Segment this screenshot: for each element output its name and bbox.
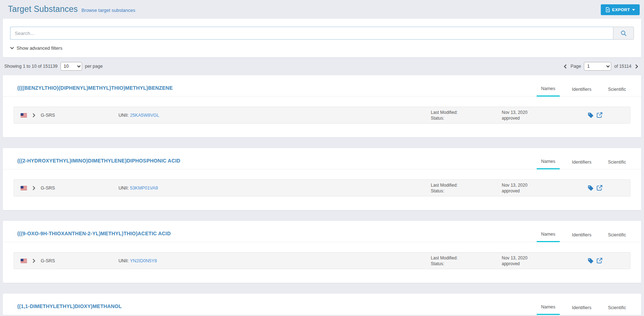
- substance-name-link[interactable]: ((((BENZYLTHIO)(DIPHENYL)METHYL)THIO)MET…: [14, 75, 180, 96]
- caret-down-icon: [632, 9, 635, 11]
- substance-card: (((2-HYDROXYETHYL)IMINO)DIMETHYLENE)DIPH…: [3, 148, 641, 210]
- per-page-suffix: per page: [85, 64, 103, 69]
- last-modified-value: Nov 13, 2020: [502, 255, 587, 261]
- tab-scientific[interactable]: Scientific: [604, 160, 630, 169]
- unii-label: UNII:: [118, 258, 129, 263]
- file-export-icon: [605, 7, 610, 12]
- tag-icon[interactable]: [587, 258, 594, 264]
- unii-link[interactable]: 53KMP01VA9: [130, 186, 158, 191]
- card-header: ((1,1-DIMETHYLETHYL)DIOXY)METHANOL Names…: [3, 294, 641, 315]
- tab-identifiers[interactable]: Identifiers: [568, 232, 596, 242]
- last-modified-label: Last Modified:: [431, 255, 502, 261]
- search-panel: Show advanced filters: [3, 19, 641, 57]
- card-tabs: Names Identifiers Scientific: [529, 159, 630, 169]
- unii-link[interactable]: YN2ID0N5Y8: [130, 258, 157, 263]
- us-flag-icon: [21, 186, 27, 190]
- source-label: G-SRS: [41, 113, 55, 118]
- export-button-label: EXPORT: [612, 8, 630, 12]
- source-label: G-SRS: [41, 258, 55, 263]
- us-flag-icon: [21, 113, 27, 117]
- status-value: approved: [502, 261, 587, 267]
- substance-card: (((9-OXO-9H-THIOXANTHEN-2-YL)METHYL)THIO…: [3, 221, 641, 283]
- status-label: Status:: [431, 188, 502, 194]
- external-link-icon[interactable]: [596, 185, 603, 191]
- chevron-right-icon[interactable]: [32, 113, 35, 117]
- tab-identifiers[interactable]: Identifiers: [568, 87, 596, 96]
- tab-identifiers[interactable]: Identifiers: [568, 305, 596, 315]
- substance-detail-row: G-SRS UNII: 53KMP01VA9 Last Modified: St…: [14, 179, 630, 196]
- last-modified-label: Last Modified:: [431, 182, 502, 188]
- page-subtitle: Browse target substances: [81, 8, 135, 13]
- tab-identifiers[interactable]: Identifiers: [568, 160, 596, 169]
- tab-names[interactable]: Names: [537, 304, 560, 315]
- status-value: approved: [502, 115, 587, 121]
- substance-card: ((1,1-DIMETHYLETHYL)DIOXY)METHANOL Names…: [3, 294, 641, 315]
- page-header: Target Substances Browse target substanc…: [3, 4, 641, 15]
- tab-names[interactable]: Names: [537, 232, 560, 242]
- page-select[interactable]: 1: [584, 62, 611, 71]
- substance-name-link[interactable]: (((2-HYDROXYETHYL)IMINO)DIMETHYLENE)DIPH…: [14, 148, 188, 169]
- chevron-right-icon[interactable]: [32, 186, 35, 190]
- tab-names[interactable]: Names: [537, 86, 560, 97]
- next-page-button[interactable]: [634, 64, 639, 69]
- per-page-select[interactable]: 10: [61, 62, 82, 71]
- page-total-text: of 15114: [614, 64, 631, 69]
- last-modified-label: Last Modified:: [431, 110, 502, 115]
- card-header: ((((BENZYLTHIO)(DIPHENYL)METHYL)THIO)MET…: [3, 75, 641, 97]
- tab-scientific[interactable]: Scientific: [604, 232, 630, 242]
- showing-text: Showing 1 to 10 of 151139: [4, 64, 58, 69]
- card-tabs: Names Identifiers Scientific: [529, 304, 630, 315]
- unii-link[interactable]: 25KA5W8VGL: [130, 113, 159, 118]
- status-label: Status:: [431, 261, 502, 267]
- page-title: Target Substances: [8, 4, 78, 14]
- tab-names[interactable]: Names: [537, 159, 560, 169]
- substance-name-link[interactable]: (((9-OXO-9H-THIOXANTHEN-2-YL)METHYL)THIO…: [14, 221, 178, 242]
- source-label: G-SRS: [41, 186, 55, 191]
- status-value: approved: [502, 188, 587, 194]
- tab-scientific[interactable]: Scientific: [604, 305, 630, 315]
- external-link-icon[interactable]: [596, 258, 603, 264]
- substance-detail-row: G-SRS UNII: YN2ID0N5Y8 Last Modified: St…: [14, 252, 630, 269]
- card-header: (((2-HYDROXYETHYL)IMINO)DIMETHYLENE)DIPH…: [3, 148, 641, 169]
- search-input[interactable]: [10, 27, 613, 40]
- chevron-down-icon: [10, 47, 14, 49]
- chevron-right-icon[interactable]: [32, 259, 35, 263]
- advanced-filters-toggle[interactable]: Show advanced filters: [10, 45, 62, 51]
- last-modified-value: Nov 13, 2020: [502, 182, 587, 188]
- card-tabs: Names Identifiers Scientific: [529, 232, 630, 242]
- tag-icon[interactable]: [587, 185, 594, 191]
- list-meta-row: Showing 1 to 10 of 151139 10 per page Pa…: [3, 62, 641, 71]
- card-tabs: Names Identifiers Scientific: [529, 86, 630, 96]
- search-icon: [621, 30, 627, 36]
- export-button[interactable]: EXPORT: [601, 4, 640, 15]
- last-modified-value: Nov 13, 2020: [502, 110, 587, 115]
- unii-label: UNII:: [118, 186, 129, 191]
- advanced-filters-label: Show advanced filters: [17, 45, 62, 51]
- prev-page-button[interactable]: [563, 64, 568, 69]
- substance-name-link[interactable]: ((1,1-DIMETHYLETHYL)DIOXY)METHANOL: [14, 294, 129, 315]
- status-label: Status:: [431, 115, 502, 121]
- tag-icon[interactable]: [587, 112, 594, 118]
- card-header: (((9-OXO-9H-THIOXANTHEN-2-YL)METHYL)THIO…: [3, 221, 641, 242]
- tab-scientific[interactable]: Scientific: [604, 87, 630, 96]
- substance-card: ((((BENZYLTHIO)(DIPHENYL)METHYL)THIO)MET…: [3, 75, 641, 137]
- substance-detail-row: G-SRS UNII: 25KA5W8VGL Last Modified: St…: [14, 107, 630, 124]
- external-link-icon[interactable]: [596, 112, 603, 118]
- us-flag-icon: [21, 259, 27, 263]
- unii-label: UNII:: [118, 113, 129, 118]
- page-label: Page: [571, 64, 581, 69]
- search-button[interactable]: [613, 27, 634, 40]
